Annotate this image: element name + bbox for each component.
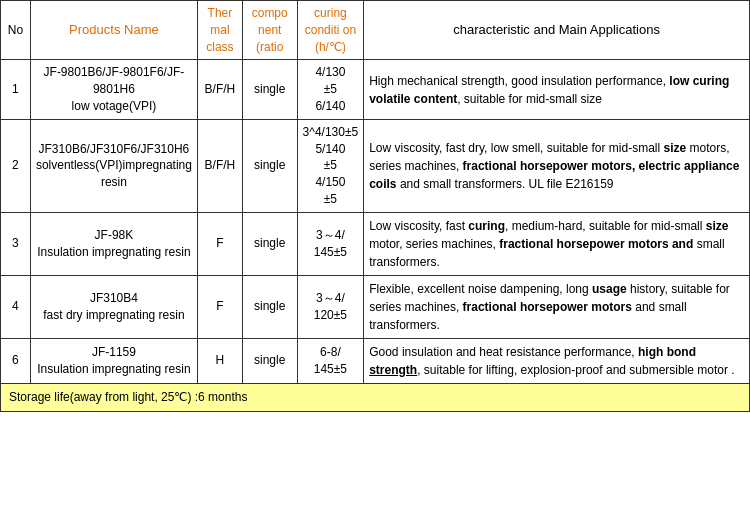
footer-row: Storage life(away from light, 25℃) :6 mo… xyxy=(1,383,750,411)
row-component: single xyxy=(242,60,297,119)
table-row: 6JF-1159 Insulation impregnating resinHs… xyxy=(1,338,750,383)
row-characteristic: Low viscosity, fast dry, low smell, suit… xyxy=(364,119,750,212)
row-product: JF-9801B6/JF-9801F6/JF-9801H6 low votage… xyxy=(30,60,197,119)
row-no: 4 xyxy=(1,275,31,338)
table-row: 3JF-98K Insulation impregnating resinFsi… xyxy=(1,212,750,275)
row-curing: 6-8/ 145±5 xyxy=(297,338,364,383)
row-thermal: H xyxy=(197,338,242,383)
row-product: JF-98K Insulation impregnating resin xyxy=(30,212,197,275)
row-thermal: B/F/H xyxy=(197,60,242,119)
row-product: JF310B6/JF310F6/JF310H6 solventless(VPI)… xyxy=(30,119,197,212)
row-component: single xyxy=(242,338,297,383)
row-characteristic: High mechanical strength, good insulatio… xyxy=(364,60,750,119)
row-product: JF-1159 Insulation impregnating resin xyxy=(30,338,197,383)
row-curing: 3～4/ 120±5 xyxy=(297,275,364,338)
row-characteristic: Good insulation and heat resistance perf… xyxy=(364,338,750,383)
row-curing: 3^4/130±5 5/140 ±5 4/150 ±5 xyxy=(297,119,364,212)
row-thermal: F xyxy=(197,275,242,338)
header-products: Products Name xyxy=(30,1,197,60)
row-component: single xyxy=(242,212,297,275)
row-characteristic: Low viscosity, fast curing, medium-hard,… xyxy=(364,212,750,275)
main-table: No Products Name Ther mal class compo ne… xyxy=(0,0,750,412)
table-row: 2JF310B6/JF310F6/JF310H6 solventless(VPI… xyxy=(1,119,750,212)
row-no: 2 xyxy=(1,119,31,212)
header-component: compo nent (ratio xyxy=(242,1,297,60)
row-no: 1 xyxy=(1,60,31,119)
table-row: 4JF310B4 fast dry impregnating resinFsin… xyxy=(1,275,750,338)
header-curing: curing conditi on (h/℃) xyxy=(297,1,364,60)
row-component: single xyxy=(242,119,297,212)
table-row: 1JF-9801B6/JF-9801F6/JF-9801H6 low votag… xyxy=(1,60,750,119)
row-curing: 3～4/ 145±5 xyxy=(297,212,364,275)
row-no: 6 xyxy=(1,338,31,383)
header-no: No xyxy=(1,1,31,60)
row-product: JF310B4 fast dry impregnating resin xyxy=(30,275,197,338)
header-characteristic: characteristic and Main Applications xyxy=(364,1,750,60)
footer-text: Storage life(away from light, 25℃) :6 mo… xyxy=(1,383,750,411)
row-thermal: F xyxy=(197,212,242,275)
row-thermal: B/F/H xyxy=(197,119,242,212)
row-characteristic: Flexible, excellent noise dampening, lon… xyxy=(364,275,750,338)
row-component: single xyxy=(242,275,297,338)
row-curing: 4/130 ±5 6/140 xyxy=(297,60,364,119)
row-no: 3 xyxy=(1,212,31,275)
header-thermal: Ther mal class xyxy=(197,1,242,60)
